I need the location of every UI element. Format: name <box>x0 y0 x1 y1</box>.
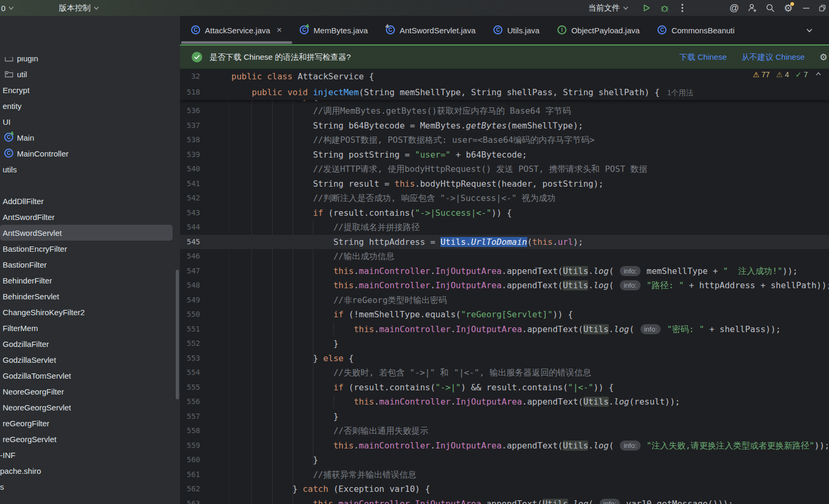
tree-item-label: BehinderFilter <box>0 276 52 285</box>
minimize-button[interactable] <box>797 1 815 15</box>
line-number: 558 <box>180 424 200 438</box>
code-line[interactable]: 543 if (result.contains("->|Success|<-")… <box>180 206 829 221</box>
code-line[interactable]: 542 //判断注入是否成功, 响应包含 "->|Success|<-" 视为成… <box>180 191 829 206</box>
code-text: } <box>231 409 338 424</box>
banner-download-link[interactable]: 下载 Chinese <box>680 52 727 62</box>
editor-tab[interactable]: CAntSwordServlet.java <box>377 19 484 41</box>
notification-banner: 是否下载 Chinese 的语法和拼写检查器? 下载 Chinese 从不建议 … <box>180 45 829 69</box>
line-number: 555 <box>180 380 200 395</box>
sticky-code-line[interactable]: 518 public void injectMem(String memShel… <box>180 85 829 100</box>
code-line[interactable]: 561 //捕获异常并输出错误信息 <box>180 468 829 482</box>
editor-tab[interactable]: CCommonsBeanuti <box>648 19 743 41</box>
tree-item[interactable]: util <box>0 66 180 82</box>
editor-tab[interactable]: CAttackService.java× <box>182 19 291 41</box>
code-line[interactable]: 549 //非reGeorg类型时输出密码 <box>180 293 829 308</box>
editor-tab[interactable]: CMemBytes.java <box>291 19 377 41</box>
code-line[interactable]: 537 String b64Bytecode = MemBytes.getByt… <box>180 118 829 133</box>
tree-item[interactable]: reGeorgServlet <box>0 431 180 447</box>
tree-item[interactable]: reGeorgFilter <box>0 415 180 431</box>
code-line[interactable]: 558 //否则输出通用失败提示 <box>180 424 829 438</box>
run-button[interactable] <box>637 1 655 15</box>
tree-item[interactable]: GodzillaTomServlet <box>0 368 180 383</box>
code-line[interactable]: 554 //失败时, 若包含 "->|" 和 "|<-", 输出服务器返回的错误… <box>180 365 829 380</box>
line-number: 539 <box>180 148 200 162</box>
code-line[interactable]: 535 try { <box>180 100 829 104</box>
add-user-icon[interactable] <box>743 1 761 15</box>
tab-more-icon[interactable]: ⋮ <box>827 23 829 33</box>
tree-item[interactable]: AntSwordServlet <box>0 225 173 241</box>
tree-item[interactable]: Encrypt <box>0 82 180 98</box>
tab-label: ObjectPayload.java <box>571 26 639 35</box>
tree-scrollbar-thumb[interactable] <box>176 270 179 399</box>
tree-item[interactable]: NeoreGeorgFilter <box>0 383 180 399</box>
code-line[interactable]: 552 } <box>180 336 829 351</box>
tree-item[interactable]: -INF <box>0 447 180 463</box>
code-line[interactable]: 555 if (result.contains("->|") && result… <box>180 380 829 395</box>
code-line[interactable]: 547 this.mainController.InjOutputArea.ap… <box>180 264 829 279</box>
code-line[interactable]: 560 } <box>180 453 829 468</box>
code-line[interactable]: 551 this.mainController.InjOutputArea.ap… <box>180 322 829 337</box>
line-number: 542 <box>180 191 200 206</box>
tree-item[interactable]: BehinderServlet <box>0 288 180 304</box>
tree-item-label: reGeorgFilter <box>0 419 49 428</box>
more-actions-button[interactable] <box>673 1 691 15</box>
tree-item[interactable]: UI <box>0 114 180 130</box>
search-icon[interactable] <box>761 1 779 15</box>
restore-window-button[interactable] <box>815 1 829 15</box>
tree-item[interactable]: BehinderFilter <box>0 272 180 288</box>
code-line[interactable]: 544 //提取域名并拼接路径 <box>180 220 829 235</box>
editor-tab[interactable]: IObjectPayload.java <box>548 19 648 41</box>
tree-item[interactable]: GodzillaServlet <box>0 352 180 368</box>
tree-item[interactable]: utils <box>0 161 180 177</box>
tree-item[interactable]: BastionEncryFilter <box>0 241 180 256</box>
sticky-code-line[interactable]: 32public class AttackService { <box>180 69 829 85</box>
settings-gear-icon[interactable]: ⚙ <box>779 1 797 15</box>
close-tab-icon[interactable]: × <box>276 25 282 35</box>
tree-item[interactable]: entity <box>0 98 180 114</box>
tree-item-label: reGeorgServlet <box>0 435 57 444</box>
code-line[interactable]: 536 //调用MemBytes.getBytes()获取对应内存马的 Base… <box>180 104 829 118</box>
code-line[interactable]: 545 String httpAddress = Utils.UrlToDoma… <box>180 235 829 250</box>
tab-list-chevron-icon[interactable] <box>806 26 813 36</box>
tree-item[interactable]: pache.shiro <box>0 463 180 479</box>
code-line[interactable]: 538 //构建POST数据, POST数据格式: user=<Base64编码… <box>180 133 829 148</box>
inlay-hint: info: <box>600 499 620 504</box>
code-line[interactable]: 539 String postString = "user=" + b64Byt… <box>180 148 829 162</box>
debug-button[interactable] <box>655 1 673 15</box>
code-line[interactable]: 562 } catch (Exception var10) { <box>180 482 829 497</box>
tree-item[interactable]: CMainController <box>0 145 180 161</box>
tree-item[interactable]: CMain <box>0 130 180 145</box>
line-number: 554 <box>180 365 200 380</box>
tree-item[interactable]: AntSwordFilter <box>0 209 180 225</box>
tree-item[interactable]: FilterMem <box>0 320 180 336</box>
code-line[interactable]: 559 this.mainController.InjOutputArea.ap… <box>180 438 829 453</box>
tree-item[interactable]: BastionFilter <box>0 256 180 272</box>
code-text: String b64Bytecode = MemBytes.getBytes(m… <box>231 118 583 133</box>
code-line[interactable]: 540 //发送HTTP请求, 使用bodyHttpRequest() 发送 P… <box>180 162 829 177</box>
tree-item[interactable]: s <box>0 479 180 494</box>
editor-tab[interactable]: CUtils.java <box>484 19 548 41</box>
code-line[interactable]: 563 this.mainController.InjOutputArea.ap… <box>180 497 829 504</box>
code-line[interactable]: 556 this.mainController.InjOutputArea.ap… <box>180 395 829 409</box>
tree-item-label: util <box>17 70 27 79</box>
code-line[interactable]: 557 } <box>180 409 829 424</box>
tree-item[interactable]: NeoreGeorgServlet <box>0 399 180 415</box>
vcs-widget[interactable]: 版本控制 <box>56 3 103 13</box>
tree-item[interactable]: GodzillaFilter <box>0 336 180 352</box>
code-line[interactable]: 553 } else { <box>180 351 829 366</box>
class-icon: C <box>4 133 14 142</box>
run-config-widget[interactable]: 当前文件 <box>585 3 632 13</box>
tree-item-label: -INF <box>0 451 15 460</box>
code-line[interactable]: 546 //输出成功信息 <box>180 249 829 264</box>
project-widget[interactable]: 0 <box>0 4 17 13</box>
tree-item[interactable]: plugin <box>0 57 180 66</box>
code-line[interactable]: 541 String result = this.bodyHttpRequest… <box>180 177 829 191</box>
code-line[interactable]: 550 if (!memShellType.equals("reGeorg[Se… <box>180 307 829 322</box>
banner-dismiss-link[interactable]: 从不建议 Chinese <box>742 52 805 62</box>
banner-settings-gear-icon[interactable]: ⚙ <box>819 52 829 63</box>
code-line[interactable]: 548 this.mainController.InjOutputArea.ap… <box>180 278 829 293</box>
class-icon: C <box>493 25 503 35</box>
tree-item[interactable]: ChangeShiroKeyFilter2 <box>0 304 180 320</box>
tree-item[interactable]: AddDllFilter <box>0 193 180 209</box>
profiler-icon[interactable]: @ <box>725 1 743 15</box>
